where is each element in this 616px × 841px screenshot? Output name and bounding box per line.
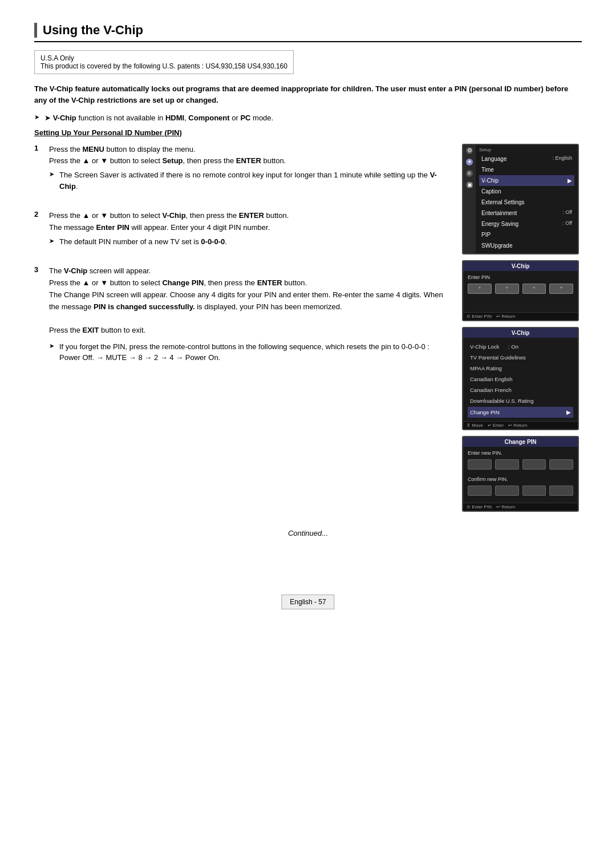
screen-change-pin: Change PIN Enter new PIN. Confirm new PI… bbox=[462, 436, 579, 512]
new-pin-box-3 bbox=[522, 459, 546, 470]
pin-box-2: * bbox=[495, 284, 519, 294]
menu-time: Time bbox=[479, 164, 574, 175]
confirm-pin-box-2 bbox=[495, 486, 519, 496]
bottom-move: ⇕ Move bbox=[467, 423, 483, 428]
new-pin-row bbox=[468, 459, 573, 470]
menu-ext-settings: External Settings bbox=[479, 197, 574, 208]
confirm-pin-row bbox=[468, 486, 573, 496]
screen-setup: ⚙ ✦ ≡ ▣ Setup Language: English Time V-C… bbox=[462, 144, 579, 254]
tv-parental: TV Parental Guidelines bbox=[468, 352, 573, 363]
continued-text: Continued... bbox=[34, 529, 582, 537]
notice-box: U.S.A Only This product is covered by th… bbox=[34, 50, 294, 74]
bottom-enter: ↵ Enter bbox=[488, 423, 504, 428]
menu-entertainment: Entertainment: Off bbox=[479, 208, 574, 219]
icon-settings: ⚙ bbox=[466, 147, 473, 154]
arrow-note-vchip: ➤ V-Chip function is not available in HD… bbox=[34, 112, 582, 124]
step-1: 1 Press the MENU button to display the m… bbox=[34, 144, 451, 197]
menu-energy: Energy Saving: Off bbox=[479, 219, 574, 229]
menu-pip: PIP bbox=[479, 229, 574, 240]
downloadable-us: Downloadable U.S. Rating bbox=[468, 395, 573, 406]
page-title: Using the V-Chip bbox=[34, 23, 582, 42]
screen2-bottom: ⊙ Enter PIN ↩ Return bbox=[463, 312, 578, 320]
step-3: 3 The V-Chip screen will appear. Press t… bbox=[34, 265, 451, 368]
confirm-pin-box-3 bbox=[522, 486, 546, 496]
intro-text: The V-Chip feature automatically locks o… bbox=[34, 83, 582, 106]
icon-ext: ▣ bbox=[466, 181, 473, 188]
screen-vchip-menu: V-Chip V-Chip Lock : On TV Parental Guid… bbox=[462, 327, 579, 430]
bottom-return3: ↩ Return bbox=[496, 504, 515, 510]
icon-vchip: ✦ bbox=[466, 159, 473, 165]
confirm-pin-label: Confirm new PIN. bbox=[468, 476, 573, 482]
bottom-return: ↩ Return bbox=[496, 314, 515, 319]
menu-swupgrade: SWUpgrade bbox=[479, 240, 574, 251]
steps-column: 1 Press the MENU button to display the m… bbox=[34, 144, 451, 512]
sidebar-icons: ⚙ ✦ ≡ ▣ bbox=[463, 145, 476, 253]
screens-column: ⚙ ✦ ≡ ▣ Setup Language: English Time V-C… bbox=[462, 144, 582, 512]
new-pin-box-1 bbox=[468, 459, 492, 470]
screen3-title: V-Chip bbox=[463, 328, 578, 338]
pin-input-row: * * * * bbox=[468, 284, 573, 294]
new-pin-box-4 bbox=[549, 459, 573, 470]
new-pin-label: Enter new PIN. bbox=[468, 450, 573, 456]
menu-caption: Caption bbox=[479, 186, 574, 197]
new-pin-box-2 bbox=[495, 459, 519, 470]
menu-vchip: V-Chip▶ bbox=[479, 175, 574, 186]
screen3-bottom: ⇕ Move ↵ Enter ↩ Return bbox=[463, 421, 578, 429]
pin-box-1: * bbox=[468, 284, 492, 294]
pin-box-4: * bbox=[549, 284, 573, 294]
section-heading: Setting Up Your Personal ID Number (PIN) bbox=[34, 128, 582, 137]
screen-enter-pin: V-Chip Enter PIN * * * * ⊙ Enter PIN ↩ R… bbox=[462, 260, 579, 321]
setup-label: Setup bbox=[479, 147, 574, 152]
vchip-lock: V-Chip Lock : On bbox=[468, 341, 573, 352]
footer-bar: English - 57 bbox=[281, 595, 334, 609]
step-2: 2 Press the ▲ or ▼ button to select V-Ch… bbox=[34, 210, 451, 252]
setup-menu-content: Setup Language: English Time V-Chip▶ Cap… bbox=[476, 145, 578, 253]
screen4-title: Change PIN bbox=[463, 437, 578, 447]
icon-caption: ≡ bbox=[466, 170, 473, 177]
confirm-pin-box-1 bbox=[468, 486, 492, 496]
pin-box-3: * bbox=[522, 284, 546, 294]
change-pin-item: Change PIN▶ bbox=[468, 407, 573, 418]
canadian-english: Canadian English bbox=[468, 374, 573, 385]
bottom-return2: ↩ Return bbox=[508, 423, 527, 428]
confirm-pin-box-4 bbox=[549, 486, 573, 496]
bottom-enter-pin2: ⊙ Enter PIN bbox=[467, 504, 492, 510]
canadian-french: Canadian French bbox=[468, 385, 573, 395]
bottom-enter-pin: ⊙ Enter PIN bbox=[467, 314, 492, 319]
screen4-bottom: ⊙ Enter PIN ↩ Return bbox=[463, 503, 578, 511]
mpaa-rating: MPAA Rating bbox=[468, 363, 573, 374]
menu-language: Language: English bbox=[479, 153, 574, 164]
enter-pin-label: Enter PIN bbox=[468, 274, 573, 280]
screen2-title: V-Chip bbox=[463, 261, 578, 271]
